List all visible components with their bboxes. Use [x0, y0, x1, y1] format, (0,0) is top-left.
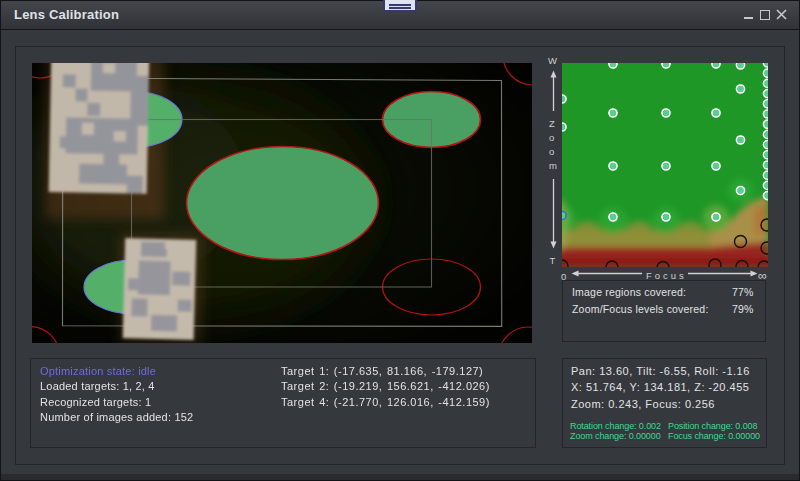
svg-text:o: o [549, 132, 554, 143]
svg-text:o: o [549, 146, 554, 157]
svg-text:m: m [549, 160, 557, 171]
svg-text:T: T [550, 255, 556, 266]
svg-text:Z: Z [549, 118, 555, 129]
svg-text:W: W [548, 55, 557, 66]
